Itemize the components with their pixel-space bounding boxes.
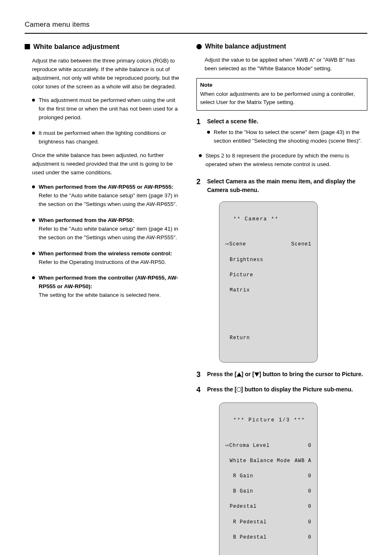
sub-item: Refer to the "How to select the scene" i…	[207, 128, 367, 145]
cursor-icon: ⇨	[225, 443, 229, 448]
circle-button-icon	[237, 387, 241, 392]
step-text-part: ] button to bring the cursor to Picture.	[259, 371, 363, 377]
bullet-title: When performed from the AW-RP50:	[39, 216, 181, 225]
list-item: Steps 2 to 8 represent the procedure by …	[199, 152, 367, 169]
menu-value: Scene1	[291, 240, 311, 248]
menu-label: White Balance Mode	[225, 457, 291, 465]
list-item: It must be performed when the lighting c…	[32, 129, 181, 146]
menu-label: R Gain	[225, 472, 253, 480]
menu-row: B Pedestal0	[225, 534, 311, 541]
bullet-body: Refer to the "Auto white balance setup" …	[39, 225, 181, 242]
bullet-title: When performed from the controller (AW-R…	[39, 274, 181, 291]
note-box: Note When color adjustments are to be pe…	[196, 78, 367, 111]
menu-label: Scene	[229, 241, 246, 247]
step-2: 2 Select Camera as the main menu item, a…	[196, 176, 367, 195]
menu-row: R Pedestal0	[225, 518, 311, 526]
bullet-title: When performed from the AW-RP655 or AW-R…	[39, 183, 181, 192]
left-column: White balance adjustment Adjust the rati…	[25, 43, 181, 555]
bullet-title: When performed from the wireless remote …	[39, 250, 181, 258]
menu-title: ** Camera **	[225, 215, 311, 223]
menu-row: ⇨SceneScene1	[225, 240, 311, 248]
menu-row: Pedestal0	[225, 503, 311, 511]
step-number: 3	[196, 369, 207, 381]
page: Camera menu items White balance adjustme…	[0, 0, 392, 555]
menu-label: Picture	[225, 271, 253, 279]
menu-row: R Gain0	[225, 472, 311, 480]
subsection-title: White balance adjustment	[205, 43, 286, 50]
menu-label: R Pedestal	[225, 518, 267, 526]
step-number: 1	[196, 116, 207, 128]
intro-paragraph: Adjust the ratio between the three prima…	[32, 57, 181, 91]
camera-menu-screen: ** Camera ** ⇨SceneScene1 Brightness Pic…	[219, 201, 318, 363]
subsection-heading: White balance adjustment	[196, 43, 367, 50]
menu-value: AWB A	[295, 457, 311, 465]
cursor-icon: ⇨	[225, 241, 229, 246]
section-title: White balance adjustment	[33, 43, 120, 51]
menu-label: Pedestal	[225, 503, 257, 511]
note-title: Note	[200, 81, 364, 89]
menu-row: Matrix	[225, 287, 311, 294]
bullet-body: The setting for the white balance is sel…	[39, 291, 181, 300]
subsection-description: Adjust the value to be applied when "AWB…	[205, 56, 367, 73]
step-text: Select a scene file.	[207, 117, 367, 126]
step-3: 3 Press the [] or [] button to bring the…	[196, 369, 367, 381]
menu-value: 0	[308, 503, 311, 511]
paragraph: Once the white balance has been adjusted…	[32, 151, 181, 177]
menu-value: 0	[308, 518, 311, 526]
menu-label: Chroma Level	[229, 443, 270, 449]
menu-row: ⇨Chroma Level0	[225, 442, 311, 450]
step-number: 2	[196, 176, 207, 188]
menu-value: 0	[308, 534, 311, 541]
step-number: 4	[196, 384, 207, 396]
picture-menu-screen: *** Picture 1/3 *** ⇨Chroma Level0 White…	[219, 402, 318, 555]
bullet-body: Refer to the Operating Instructions of t…	[39, 258, 181, 267]
list-item: When performed from the AW-RP50: Refer t…	[32, 216, 181, 242]
down-triangle-icon	[254, 372, 259, 377]
step-1: 1 Select a scene file. Refer to the "How…	[196, 116, 367, 148]
menu-value: 0	[308, 472, 311, 480]
menu-row: Brightness	[225, 256, 311, 264]
step-text: Select Camera as the main menu item, and…	[207, 177, 367, 195]
right-column: White balance adjustment Adjust the valu…	[196, 43, 367, 555]
menu-label: Matrix	[225, 287, 250, 294]
menu-row: White Balance ModeAWB A	[225, 457, 311, 465]
menu-row: B Gain0	[225, 488, 311, 495]
step-text-part: Press the [	[207, 371, 237, 377]
list-item: When performed from the wireless remote …	[32, 250, 181, 267]
menu-row: Picture	[225, 271, 311, 279]
list-item: When performed from the AW-RP655 or AW-R…	[32, 183, 181, 209]
page-title: Camera menu items	[25, 21, 367, 34]
bullet-body: Refer to the "Auto white balance setup" …	[39, 192, 181, 209]
section-heading: White balance adjustment	[25, 43, 181, 51]
circle-bullet-icon	[196, 44, 202, 49]
list-item: This adjustment must be performed when u…	[32, 96, 181, 122]
menu-title: *** Picture 1/3 ***	[225, 416, 311, 424]
up-triangle-icon	[237, 372, 242, 377]
menu-value: 0	[308, 442, 311, 450]
step-text-part: ] button to display the Picture sub-menu…	[241, 386, 353, 393]
square-bullet-icon	[25, 44, 30, 49]
menu-value: 0	[308, 488, 311, 495]
menu-label: B Pedestal	[225, 534, 267, 541]
menu-label: Brightness	[225, 256, 263, 264]
note-body: When color adjustments are to be perform…	[200, 90, 364, 107]
menu-return: Return	[225, 334, 311, 342]
step-text-part: Press the [	[207, 386, 237, 393]
menu-label: B Gain	[225, 488, 253, 495]
step-text-part: ] or [	[242, 371, 254, 377]
step-4: 4 Press the [] button to display the Pic…	[196, 384, 367, 396]
list-item: When performed from the controller (AW-R…	[32, 274, 181, 300]
